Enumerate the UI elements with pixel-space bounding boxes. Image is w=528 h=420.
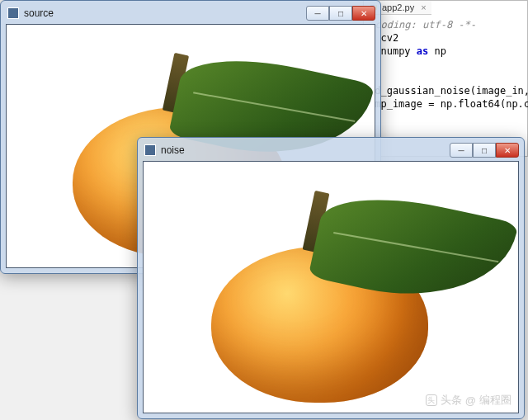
close-icon: ✕ <box>361 9 367 18</box>
window-title: noise <box>161 144 450 156</box>
window-buttons: ─ □ ✕ <box>450 143 519 158</box>
window-title: source <box>24 7 306 19</box>
code-line: emp_image = np.float64(np.copy( <box>369 98 528 110</box>
maximize-button[interactable]: □ <box>329 6 352 21</box>
watermark: 头 头条 @编程圈 <box>426 393 512 408</box>
minimize-button[interactable]: ─ <box>450 143 473 158</box>
app-icon <box>7 7 19 19</box>
editor-tab-label: app2.py <box>382 2 414 12</box>
code-line: ld_gaussian_noise(image_in, noi <box>369 85 528 97</box>
window-noise[interactable]: noise ─ □ ✕ 头 头条 @编程圈 <box>137 137 525 419</box>
titlebar[interactable]: noise ─ □ ✕ <box>143 143 519 161</box>
minimize-icon: ─ <box>458 146 464 155</box>
window-buttons: ─ □ ✕ <box>306 6 375 21</box>
noise-image: 头 头条 @编程圈 <box>144 162 518 413</box>
maximize-icon: □ <box>482 146 487 155</box>
code-comment: coding: utf-8 -*- <box>369 19 476 31</box>
minimize-icon: ─ <box>314 9 320 18</box>
code-editor-panel: app2.py × coding: utf-8 -*- t cv2 t nump… <box>363 0 528 157</box>
code-keyword-as: as <box>417 45 428 57</box>
close-icon: ✕ <box>504 146 511 155</box>
watermark-prefix: 头条 <box>441 393 462 408</box>
maximize-icon: □ <box>338 9 343 18</box>
tab-close-icon[interactable]: × <box>421 2 426 12</box>
image-viewport-noise: 头 头条 @编程圈 <box>143 161 519 413</box>
watermark-at: @ <box>465 394 476 407</box>
watermark-icon: 头 <box>426 394 437 406</box>
code-area[interactable]: coding: utf-8 -*- t cv2 t numpy as np ld… <box>364 15 527 114</box>
minimize-button[interactable]: ─ <box>306 6 329 21</box>
code-alias: np <box>428 45 446 57</box>
app-icon <box>144 144 156 156</box>
watermark-author: 编程圈 <box>479 393 512 408</box>
titlebar[interactable]: source ─ □ ✕ <box>6 6 375 24</box>
close-button[interactable]: ✕ <box>496 143 519 158</box>
close-button[interactable]: ✕ <box>352 6 375 21</box>
maximize-button[interactable]: □ <box>473 143 496 158</box>
